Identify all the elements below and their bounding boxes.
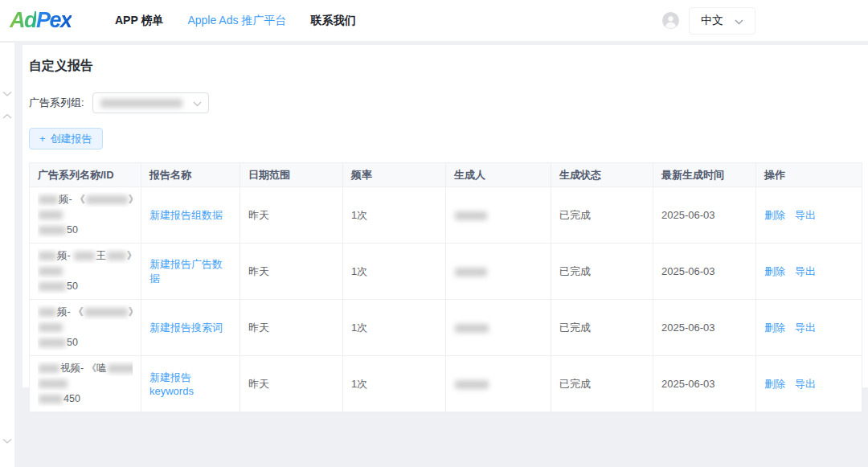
- redacted-text: [39, 364, 59, 373]
- report-name-link[interactable]: 新建报告搜索词: [149, 322, 223, 334]
- generator-cell: [446, 187, 551, 244]
- campaign-line: 50: [38, 223, 133, 238]
- nav-item-app-ranking[interactable]: APP 榜单: [115, 14, 163, 28]
- chevron-down-icon[interactable]: [2, 91, 12, 97]
- custom-report-panel: 自定义报告 广告系列组: + 创建报告 广告系列名称/ID报告名称日期范围频率生…: [23, 45, 868, 387]
- report-name-link[interactable]: 新建报告广告数据: [149, 258, 223, 285]
- report-name-cell: 新建报告keywords: [141, 356, 240, 412]
- redacted-text: [39, 282, 66, 291]
- report-name-cell: 新建报告搜索词: [141, 300, 240, 356]
- status-cell: 已完成: [551, 187, 653, 244]
- redacted-text: [39, 267, 63, 276]
- reports-table-header: 广告系列名称/ID报告名称日期范围频率生成人生成状态最新生成时间操作: [30, 163, 862, 187]
- report-name-link[interactable]: 新建报告keywords: [149, 371, 194, 397]
- text-fragment: 频- 《: [57, 306, 84, 317]
- status-cell: 已完成: [551, 356, 653, 412]
- redacted-text: [39, 323, 63, 332]
- campaign-name-id-cell: 频- 王》50: [30, 244, 141, 300]
- text-fragment: 》: [129, 306, 133, 317]
- column-header-6: 最新生成时间: [653, 163, 756, 187]
- text-fragment: 》: [127, 250, 133, 261]
- campaign-group-select[interactable]: [92, 92, 209, 113]
- redacted-text: [455, 380, 489, 389]
- redacted-text: [39, 211, 63, 219]
- export-link[interactable]: 导出: [795, 378, 816, 390]
- reports-table: 广告系列名称/ID报告名称日期范围频率生成人生成状态最新生成时间操作 频- 《》…: [29, 162, 862, 412]
- plus-icon: +: [39, 133, 46, 145]
- actions-cell: 删除导出: [756, 356, 862, 412]
- chevron-up-icon[interactable]: [2, 113, 12, 120]
- campaign-group-value-redacted: [100, 99, 182, 108]
- actions-cell: 删除导出: [756, 244, 862, 300]
- last-generated-cell: 2025-06-03: [653, 187, 756, 244]
- export-link[interactable]: 导出: [795, 209, 816, 221]
- campaign-name-id-cell: 频- 《》50: [30, 300, 141, 356]
- column-header-1: 报告名称: [141, 163, 240, 187]
- user-avatar-icon[interactable]: [662, 12, 679, 29]
- report-name-link[interactable]: 新建报告组数据: [149, 209, 223, 221]
- adpex-logo[interactable]: AdPex: [10, 8, 94, 33]
- redacted-text: [86, 195, 128, 204]
- text-fragment: 50: [67, 281, 78, 292]
- status-cell: 已完成: [551, 244, 653, 300]
- reports-table-body: 频- 《》50新建报告组数据昨天1次已完成2025-06-03删除导出频- 王》…: [30, 187, 862, 412]
- campaign-line: 频- 《》: [38, 192, 133, 207]
- logo-text-ad: Ad: [10, 8, 36, 32]
- last-generated-cell: 2025-06-03: [653, 300, 756, 356]
- frequency-cell: 1次: [343, 300, 446, 356]
- date-range-cell: 昨天: [240, 300, 343, 356]
- campaign-group-label: 广告系列组:: [29, 96, 84, 110]
- status-cell: 已完成: [551, 300, 653, 356]
- redacted-text: [39, 395, 63, 404]
- delete-link[interactable]: 删除: [764, 209, 785, 221]
- page-title: 自定义报告: [29, 58, 862, 75]
- generator-cell: [446, 300, 551, 356]
- column-header-4: 生成人: [446, 163, 551, 187]
- nav-item-contact-us[interactable]: 联系我们: [310, 14, 355, 28]
- main-nav: APP 榜单 Apple Ads 推广平台 联系我们: [115, 14, 355, 28]
- column-header-2: 日期范围: [240, 163, 343, 187]
- chevron-down-icon[interactable]: [2, 438, 12, 444]
- report-name-cell: 新建报告组数据: [141, 187, 240, 244]
- logo-text-pex: Pex: [36, 8, 72, 32]
- campaign-group-filter: 广告系列组:: [29, 92, 862, 113]
- language-selector[interactable]: 中文: [689, 7, 755, 35]
- language-label: 中文: [701, 14, 723, 28]
- frequency-cell: 1次: [343, 356, 446, 412]
- redacted-text: [39, 379, 68, 388]
- table-row: 视频- 《嗑》450新建报告keywords昨天1次已完成2025-06-03删…: [30, 356, 862, 412]
- redacted-text: [108, 364, 133, 373]
- redacted-text: [39, 338, 66, 347]
- campaign-line: [38, 264, 133, 279]
- text-fragment: 频- 《: [59, 194, 85, 205]
- campaign-name-id-cell: 频- 《》50: [30, 187, 141, 244]
- redacted-text: [39, 252, 56, 260]
- create-report-button[interactable]: + 创建报告: [29, 128, 103, 150]
- actions-cell: 删除导出: [756, 300, 862, 356]
- chevron-down-icon: [735, 14, 743, 27]
- redacted-text: [107, 252, 126, 260]
- delete-link[interactable]: 删除: [764, 265, 785, 277]
- redacted-text: [74, 252, 95, 260]
- campaign-line: 频- 王》: [38, 248, 133, 264]
- date-range-cell: 昨天: [240, 356, 343, 412]
- campaign-line: [38, 207, 133, 223]
- redacted-text: [455, 268, 487, 277]
- export-link[interactable]: 导出: [795, 265, 816, 277]
- delete-link[interactable]: 删除: [764, 322, 785, 334]
- column-header-0: 广告系列名称/ID: [30, 163, 141, 187]
- date-range-cell: 昨天: [240, 187, 343, 244]
- nav-item-apple-ads-platform[interactable]: Apple Ads 推广平台: [187, 14, 286, 28]
- campaign-line: 50: [38, 335, 133, 350]
- collapsed-sidebar-rail: [0, 43, 14, 467]
- chevron-down-icon: [193, 96, 202, 110]
- campaign-line: [38, 320, 133, 335]
- table-row: 频- 《》50新建报告搜索词昨天1次已完成2025-06-03删除导出: [30, 300, 862, 356]
- table-row: 频- 王》50新建报告广告数据昨天1次已完成2025-06-03删除导出: [30, 244, 862, 300]
- delete-link[interactable]: 删除: [764, 378, 785, 390]
- text-fragment: 视频- 《嗑: [60, 363, 107, 374]
- export-link[interactable]: 导出: [795, 322, 816, 334]
- redacted-text: [39, 195, 58, 204]
- campaign-line: 50: [38, 279, 133, 294]
- text-fragment: 50: [67, 337, 78, 348]
